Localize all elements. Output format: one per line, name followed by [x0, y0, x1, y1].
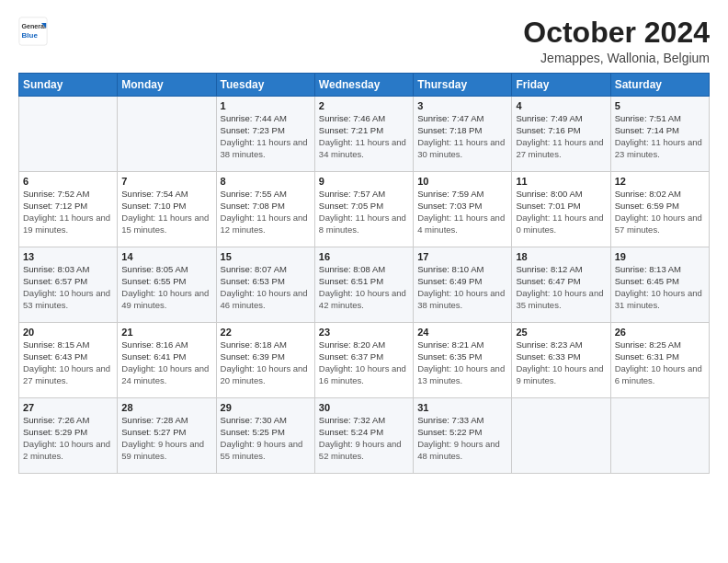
cell-content: Sunrise: 7:47 AMSunset: 7:18 PMDaylight:… [417, 113, 507, 160]
day-number: 2 [319, 100, 409, 111]
day-number: 11 [516, 176, 606, 187]
cell-content: Sunrise: 7:54 AMSunset: 7:10 PMDaylight:… [121, 189, 211, 236]
calendar-cell: 17Sunrise: 8:10 AMSunset: 6:49 PMDayligh… [414, 247, 512, 323]
weekday-header-wednesday: Wednesday [314, 74, 413, 97]
calendar-cell: 4Sunrise: 7:49 AMSunset: 7:16 PMDaylight… [512, 97, 610, 172]
day-number: 3 [417, 100, 507, 111]
calendar-cell: 19Sunrise: 8:13 AMSunset: 6:45 PMDayligh… [610, 247, 709, 323]
calendar-cell: 28Sunrise: 7:28 AMSunset: 5:27 PMDayligh… [118, 398, 216, 474]
day-number: 27 [23, 402, 113, 413]
day-number: 12 [615, 176, 705, 187]
day-number: 1 [221, 100, 311, 111]
header: General Blue October 2024 Jemappes, Wall… [18, 17, 710, 65]
day-number: 4 [516, 100, 606, 111]
day-number: 25 [516, 327, 606, 338]
day-number: 5 [615, 100, 705, 111]
cell-content: Sunrise: 7:30 AMSunset: 5:25 PMDaylight:… [221, 415, 311, 462]
cell-content: Sunrise: 7:59 AMSunset: 7:03 PMDaylight:… [417, 189, 507, 236]
cell-content: Sunrise: 8:05 AMSunset: 6:55 PMDaylight:… [121, 264, 211, 311]
cell-content: Sunrise: 7:32 AMSunset: 5:24 PMDaylight:… [319, 415, 409, 462]
month-title: October 2024 [523, 17, 710, 49]
weekday-header-sunday: Sunday [19, 74, 118, 97]
day-number: 20 [23, 327, 113, 338]
calendar-cell: 12Sunrise: 8:02 AMSunset: 6:59 PMDayligh… [610, 172, 709, 247]
calendar-cell [610, 398, 709, 474]
cell-content: Sunrise: 8:03 AMSunset: 6:57 PMDaylight:… [23, 264, 113, 311]
calendar-cell: 21Sunrise: 8:16 AMSunset: 6:41 PMDayligh… [118, 323, 216, 398]
calendar-cell: 10Sunrise: 7:59 AMSunset: 7:03 PMDayligh… [414, 172, 512, 247]
cell-content: Sunrise: 8:13 AMSunset: 6:45 PMDaylight:… [615, 264, 705, 311]
cell-content: Sunrise: 8:16 AMSunset: 6:41 PMDaylight:… [121, 339, 211, 386]
calendar-cell: 6Sunrise: 7:52 AMSunset: 7:12 PMDaylight… [19, 172, 118, 247]
cell-content: Sunrise: 8:00 AMSunset: 7:01 PMDaylight:… [516, 189, 606, 236]
cell-content: Sunrise: 7:44 AMSunset: 7:23 PMDaylight:… [221, 113, 311, 160]
calendar-cell: 27Sunrise: 7:26 AMSunset: 5:29 PMDayligh… [19, 398, 118, 474]
cell-content: Sunrise: 7:55 AMSunset: 7:08 PMDaylight:… [221, 189, 311, 236]
cell-content: Sunrise: 7:57 AMSunset: 7:05 PMDaylight:… [319, 189, 409, 236]
cell-content: Sunrise: 8:25 AMSunset: 6:31 PMDaylight:… [615, 339, 705, 386]
cell-content: Sunrise: 7:46 AMSunset: 7:21 PMDaylight:… [319, 113, 409, 160]
calendar-cell: 5Sunrise: 7:51 AMSunset: 7:14 PMDaylight… [610, 97, 709, 172]
day-number: 17 [417, 251, 507, 262]
calendar-cell [512, 398, 610, 474]
day-number: 14 [121, 251, 211, 262]
calendar-cell: 14Sunrise: 8:05 AMSunset: 6:55 PMDayligh… [118, 247, 216, 323]
week-row-1: 1Sunrise: 7:44 AMSunset: 7:23 PMDaylight… [19, 97, 710, 172]
logo-icon: General Blue [18, 17, 48, 46]
cell-content: Sunrise: 8:21 AMSunset: 6:35 PMDaylight:… [417, 339, 507, 386]
weekday-header-tuesday: Tuesday [216, 74, 314, 97]
calendar-table: SundayMondayTuesdayWednesdayThursdayFrid… [18, 73, 710, 474]
week-row-4: 20Sunrise: 8:15 AMSunset: 6:43 PMDayligh… [19, 323, 710, 398]
weekday-header-saturday: Saturday [610, 74, 709, 97]
calendar-cell: 13Sunrise: 8:03 AMSunset: 6:57 PMDayligh… [19, 247, 118, 323]
cell-content: Sunrise: 8:23 AMSunset: 6:33 PMDaylight:… [516, 339, 606, 386]
logo: General Blue [18, 17, 48, 46]
day-number: 7 [121, 176, 211, 187]
calendar-cell: 30Sunrise: 7:32 AMSunset: 5:24 PMDayligh… [314, 398, 413, 474]
calendar-cell: 7Sunrise: 7:54 AMSunset: 7:10 PMDaylight… [118, 172, 216, 247]
day-number: 8 [221, 176, 311, 187]
day-number: 13 [23, 251, 113, 262]
calendar-cell: 2Sunrise: 7:46 AMSunset: 7:21 PMDaylight… [314, 97, 413, 172]
weekday-header-friday: Friday [512, 74, 610, 97]
week-row-2: 6Sunrise: 7:52 AMSunset: 7:12 PMDaylight… [19, 172, 710, 247]
day-number: 19 [615, 251, 705, 262]
day-number: 30 [319, 402, 409, 413]
cell-content: Sunrise: 7:26 AMSunset: 5:29 PMDaylight:… [23, 415, 113, 462]
weekday-header-row: SundayMondayTuesdayWednesdayThursdayFrid… [19, 74, 710, 97]
week-row-5: 27Sunrise: 7:26 AMSunset: 5:29 PMDayligh… [19, 398, 710, 474]
cell-content: Sunrise: 8:12 AMSunset: 6:47 PMDaylight:… [516, 264, 606, 311]
calendar-page: General Blue October 2024 Jemappes, Wall… [0, 0, 728, 563]
calendar-cell: 18Sunrise: 8:12 AMSunset: 6:47 PMDayligh… [512, 247, 610, 323]
cell-content: Sunrise: 8:02 AMSunset: 6:59 PMDaylight:… [615, 189, 705, 236]
day-number: 10 [417, 176, 507, 187]
title-block: October 2024 Jemappes, Wallonia, Belgium [523, 17, 710, 65]
calendar-cell: 1Sunrise: 7:44 AMSunset: 7:23 PMDaylight… [216, 97, 314, 172]
cell-content: Sunrise: 7:51 AMSunset: 7:14 PMDaylight:… [615, 113, 705, 160]
cell-content: Sunrise: 7:33 AMSunset: 5:22 PMDaylight:… [417, 415, 507, 462]
calendar-cell: 8Sunrise: 7:55 AMSunset: 7:08 PMDaylight… [216, 172, 314, 247]
calendar-cell: 26Sunrise: 8:25 AMSunset: 6:31 PMDayligh… [610, 323, 709, 398]
day-number: 23 [319, 327, 409, 338]
cell-content: Sunrise: 8:10 AMSunset: 6:49 PMDaylight:… [417, 264, 507, 311]
calendar-cell: 22Sunrise: 8:18 AMSunset: 6:39 PMDayligh… [216, 323, 314, 398]
day-number: 6 [23, 176, 113, 187]
day-number: 15 [221, 251, 311, 262]
cell-content: Sunrise: 8:07 AMSunset: 6:53 PMDaylight:… [221, 264, 311, 311]
day-number: 9 [319, 176, 409, 187]
calendar-cell: 9Sunrise: 7:57 AMSunset: 7:05 PMDaylight… [314, 172, 413, 247]
day-number: 29 [221, 402, 311, 413]
calendar-cell [19, 97, 118, 172]
calendar-cell: 16Sunrise: 8:08 AMSunset: 6:51 PMDayligh… [314, 247, 413, 323]
calendar-cell [118, 97, 216, 172]
day-number: 24 [417, 327, 507, 338]
cell-content: Sunrise: 7:52 AMSunset: 7:12 PMDaylight:… [23, 189, 113, 236]
location: Jemappes, Wallonia, Belgium [523, 51, 710, 65]
cell-content: Sunrise: 8:20 AMSunset: 6:37 PMDaylight:… [319, 339, 409, 386]
cell-content: Sunrise: 8:18 AMSunset: 6:39 PMDaylight:… [221, 339, 311, 386]
svg-text:General: General [22, 23, 47, 30]
cell-content: Sunrise: 8:08 AMSunset: 6:51 PMDaylight:… [319, 264, 409, 311]
calendar-cell: 29Sunrise: 7:30 AMSunset: 5:25 PMDayligh… [216, 398, 314, 474]
cell-content: Sunrise: 7:28 AMSunset: 5:27 PMDaylight:… [121, 415, 211, 462]
calendar-cell: 11Sunrise: 8:00 AMSunset: 7:01 PMDayligh… [512, 172, 610, 247]
